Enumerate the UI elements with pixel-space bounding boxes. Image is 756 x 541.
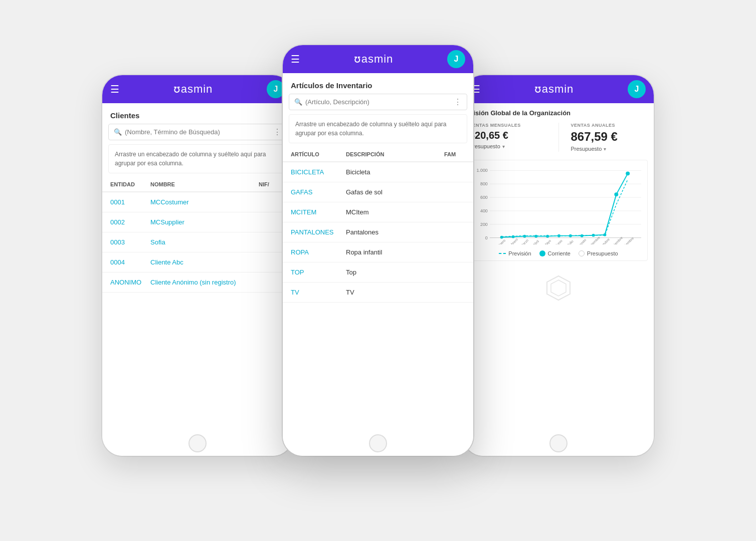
svg-text:Marzo: Marzo xyxy=(520,238,529,244)
legend-label-corriente: Corriente xyxy=(548,250,571,256)
logo-right: ʊasmin xyxy=(534,83,574,96)
cell-name-mccostumer[interactable]: MCCostumer xyxy=(148,192,257,212)
bottom-logo xyxy=(469,267,648,311)
table-center: Artículo Descripción Fam BICICLETA Bicic… xyxy=(283,147,473,431)
svg-text:400: 400 xyxy=(480,208,488,213)
chevron-down-icon-2[interactable]: ▾ xyxy=(604,146,606,152)
legend-label-presupuesto: Presupuesto xyxy=(587,250,618,256)
svg-text:Julio: Julio xyxy=(566,239,574,244)
metric-monthly-value: 620,65 € xyxy=(469,130,546,141)
phone-bottom-left xyxy=(102,431,293,456)
cell-nif-0002 xyxy=(257,216,287,228)
home-button-center[interactable] xyxy=(369,434,387,452)
table-row: TOP Top xyxy=(283,262,473,283)
svg-point-14 xyxy=(512,235,515,238)
svg-text:600: 600 xyxy=(480,195,488,200)
search-input-center[interactable] xyxy=(305,98,451,106)
cell-name-anonimo[interactable]: Cliente Anónimo (sin registro) xyxy=(148,273,257,292)
svg-point-13 xyxy=(500,236,503,239)
svg-text:Junio: Junio xyxy=(554,239,563,244)
svg-text:Abril: Abril xyxy=(532,239,540,244)
cell-name-sofia[interactable]: Sofia xyxy=(148,232,257,252)
cell-article-pantalones[interactable]: PANTALONES xyxy=(289,222,344,242)
cell-nif-0003 xyxy=(257,236,287,248)
top-bar-right: ☰ ʊasmin J xyxy=(463,75,654,103)
cell-fam-gafas xyxy=(442,186,467,198)
cell-name-clienteabc[interactable]: Cliente Abc xyxy=(148,252,257,272)
content-center: Artículos de Inventario 🔍 ⋮ Arrastre un … xyxy=(283,73,473,431)
table-row: GAFAS Gafas de sol xyxy=(283,182,473,202)
avatar-left[interactable]: J xyxy=(267,80,285,98)
menu-icon-center[interactable]: ☰ xyxy=(291,53,300,65)
top-bar-left: ☰ ʊasmin J xyxy=(102,75,293,103)
scene: ☰ ʊasmin J Clientes 🔍 ⋮ Arrastre un enca… xyxy=(102,45,654,496)
table-row: 0004 Cliente Abc xyxy=(102,252,293,273)
table-header-center: Artículo Descripción Fam xyxy=(283,147,473,162)
svg-point-17 xyxy=(546,235,549,238)
cell-entity-0004[interactable]: 0004 xyxy=(108,252,148,272)
metric-annual-value: 867,59 € xyxy=(571,130,648,144)
cell-article-tv[interactable]: TV xyxy=(289,283,344,302)
legend-previsión: Previsión xyxy=(499,250,531,256)
metric-monthly: VENTAS MENSUALES 620,65 € Presupuesto ▾ xyxy=(469,123,546,152)
search-input-left[interactable] xyxy=(125,128,270,136)
svg-text:800: 800 xyxy=(480,181,488,186)
cell-article-top[interactable]: TOP xyxy=(289,262,344,282)
metric-monthly-label: VENTAS MENSUALES xyxy=(469,123,546,128)
home-button-right[interactable] xyxy=(549,434,568,452)
menu-icon-left[interactable]: ☰ xyxy=(110,83,119,95)
cell-article-mcitem[interactable]: MCITEM xyxy=(289,202,344,222)
cell-fam-top xyxy=(442,266,467,279)
table-row: 0003 Sofia xyxy=(102,232,293,252)
search-bar-center[interactable]: 🔍 ⋮ xyxy=(289,94,467,110)
cell-name-mcsupplier[interactable]: MCSupplier xyxy=(148,212,257,232)
avatar-center[interactable]: J xyxy=(447,50,465,68)
cell-entity-anonimo[interactable]: ANONIMO xyxy=(108,273,148,292)
metric-annual-label: VENTAS ANUALES xyxy=(571,123,648,128)
cell-article-gafas[interactable]: GAFAS xyxy=(289,182,344,202)
search-bar-left[interactable]: 🔍 ⋮ xyxy=(108,124,287,140)
cell-entity-0003[interactable]: 0003 xyxy=(108,232,148,252)
section-title-center: Artículos de Inventario xyxy=(283,73,473,94)
cell-nif-anonimo xyxy=(257,277,287,289)
cell-article-bicicleta[interactable]: BICICLETA xyxy=(289,162,344,182)
cell-desc-gafas: Gafas de sol xyxy=(344,182,442,202)
cell-entity-0002[interactable]: 0002 xyxy=(108,212,148,232)
svg-text:Septiembre: Septiembre xyxy=(586,235,601,244)
cell-article-ropa[interactable]: ROPA xyxy=(289,242,344,262)
svg-point-16 xyxy=(534,235,537,238)
cell-entity-0001[interactable]: 0001 xyxy=(108,192,148,212)
table-row: TV TV xyxy=(283,283,473,303)
group-hint-left: Arrastre un encabezado de columna y suél… xyxy=(108,144,287,173)
dash-title: Visión Global de la Organización xyxy=(469,109,648,117)
chevron-down-icon[interactable]: ▾ xyxy=(502,144,505,149)
avatar-right[interactable]: J xyxy=(628,80,646,98)
table-header-left: Entidad Nombre NIF/ xyxy=(102,177,293,192)
metric-annual-sub: Presupuesto ▾ xyxy=(571,146,648,152)
more-icon-center[interactable]: ⋮ xyxy=(454,97,462,107)
col-header-name: Nombre xyxy=(148,177,257,191)
group-hint-center: Arrastre un encabezado de columna y suél… xyxy=(289,114,467,143)
cell-desc-mcitem: MCItem xyxy=(344,202,442,222)
home-button-left[interactable] xyxy=(188,434,207,452)
svg-text:1.000: 1.000 xyxy=(476,168,487,173)
cell-fam-tv xyxy=(442,287,467,299)
svg-text:Diciembre: Diciembre xyxy=(621,236,634,244)
previsión-icon xyxy=(499,253,506,254)
cell-desc-top: Top xyxy=(344,262,442,282)
table-row: MCITEM MCItem xyxy=(283,202,473,222)
search-icon-center: 🔍 xyxy=(294,98,302,106)
corriente-icon xyxy=(539,250,545,256)
svg-point-24 xyxy=(626,171,630,175)
search-icon-left: 🔍 xyxy=(114,128,122,136)
svg-point-15 xyxy=(523,235,526,238)
content-right: Visión Global de la Organización VENTAS … xyxy=(463,103,654,431)
legend-label-previsión: Previsión xyxy=(508,250,531,256)
cell-fam-pantalones xyxy=(442,226,467,238)
metric-annual: VENTAS ANUALES 867,59 € Presupuesto ▾ xyxy=(571,123,648,152)
cell-desc-tv: TV xyxy=(344,283,442,302)
col-header-fam: Fam xyxy=(442,147,467,161)
more-icon-left[interactable]: ⋮ xyxy=(273,127,281,137)
logo-center: ʊasmin xyxy=(354,53,394,66)
presupuesto-icon xyxy=(579,250,585,256)
